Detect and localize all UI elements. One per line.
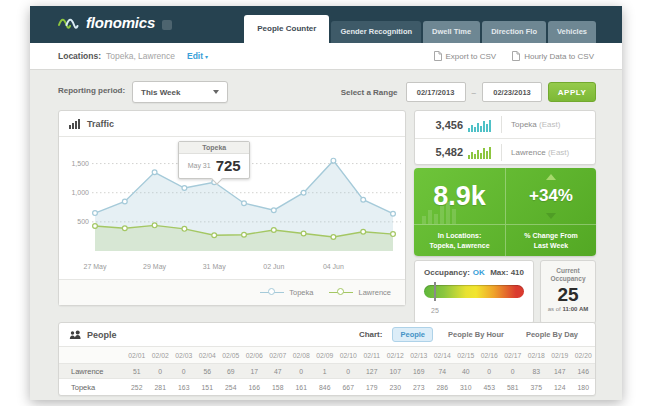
- table-cell: 0: [478, 368, 502, 375]
- table-cell: 281: [149, 384, 173, 391]
- tooltip-series: Topeka: [179, 142, 249, 154]
- tab-direction-flo[interactable]: Direction Flo: [482, 21, 546, 43]
- occupancy-label: Occupancy:: [424, 268, 470, 277]
- column-header: 02/10: [337, 352, 361, 359]
- table-cell: 1: [313, 368, 337, 375]
- down-arrow-icon: [546, 213, 556, 219]
- export-csv-button[interactable]: Export to CSV: [434, 51, 497, 61]
- svg-text:1,000: 1,000: [71, 189, 89, 196]
- chart-bars-icon: [69, 119, 81, 129]
- table-cell: 0: [501, 368, 525, 375]
- percent-change: +34%: [529, 186, 573, 206]
- table-row: Topeka2522811631512541661581618466671792…: [59, 379, 595, 395]
- tab-dwell-time[interactable]: Dwell Time: [423, 21, 480, 43]
- svg-text:1,500: 1,500: [71, 160, 89, 167]
- people-title: People: [87, 330, 117, 340]
- table-cell: 40: [454, 368, 478, 375]
- mini-bars-icon: [468, 118, 492, 132]
- current-occupancy-asof: as of 11:00 AM: [541, 306, 595, 312]
- chart-view-people-by-day[interactable]: People By Day: [519, 328, 585, 341]
- column-header: 02/11: [360, 352, 384, 359]
- table-cell: 180: [572, 384, 596, 391]
- traffic-card: Traffic 5001,0001,50027 May29 May31 May0…: [58, 110, 406, 306]
- table-cell: 146: [572, 368, 596, 375]
- table-cell: 581: [501, 384, 525, 391]
- svg-text:27 May: 27 May: [84, 263, 107, 271]
- column-header: 02/13: [407, 352, 431, 359]
- table-cell: 667: [337, 384, 361, 391]
- reporting-period-select[interactable]: This Week: [132, 81, 228, 103]
- up-arrow-icon: [546, 174, 556, 180]
- column-header: 02/06: [243, 352, 267, 359]
- edit-caret-icon[interactable]: ▾: [205, 53, 208, 60]
- column-header: 02/03: [172, 352, 196, 359]
- traffic-chart-area: 5001,0001,50027 May29 May31 May02 Jun04 …: [59, 137, 405, 279]
- svg-text:04 Jun: 04 Jun: [323, 263, 344, 270]
- occupancy-card: Occupancy: OK Max: 410 25: [414, 260, 534, 324]
- tab-vehicles[interactable]: Vehicles: [548, 21, 596, 43]
- chart-view-people[interactable]: People: [392, 327, 433, 342]
- column-header: 02/18: [525, 352, 549, 359]
- summary-locations: In Locations: Topeka, Lawrence: [414, 225, 505, 256]
- column-header: 02/16: [478, 352, 502, 359]
- chart-view-people-by-hour[interactable]: People By Hour: [441, 328, 511, 341]
- summary-change-label: % Change From Last Week: [505, 225, 596, 256]
- table-cell: 0: [290, 368, 314, 375]
- table-cell: 179: [360, 384, 384, 391]
- table-cell: 56: [196, 368, 220, 375]
- chart-legend: TopekaLawrence: [59, 279, 405, 305]
- table-header-row: 02/0102/0202/0302/0402/0502/0602/0702/08…: [59, 347, 595, 363]
- svg-text:29 May: 29 May: [143, 263, 166, 271]
- table-cell: 254: [219, 384, 243, 391]
- table-cell: 230: [384, 384, 408, 391]
- range-label: Select a Range: [341, 88, 398, 97]
- people-table: 02/0102/0202/0302/0402/0502/0602/0702/08…: [59, 347, 595, 395]
- tab-gender-recognition[interactable]: Gender Recognition: [331, 21, 421, 43]
- current-occupancy-value: 25: [541, 284, 595, 306]
- stat-row-topeka: 3,456Topeka (East): [415, 111, 595, 138]
- column-header: 02/09: [313, 352, 337, 359]
- tooltip-date: May 31: [188, 162, 211, 169]
- table-cell: 169: [407, 368, 431, 375]
- nav-tabs: People CounterGender RecognitionDwell Ti…: [244, 15, 596, 43]
- reporting-period-value: This Week: [141, 88, 180, 97]
- table-cell: 846: [313, 384, 337, 391]
- range-separator: –: [472, 88, 476, 97]
- hourly-csv-button[interactable]: Hourly Data to CSV: [512, 51, 594, 61]
- apply-button[interactable]: APPLY: [548, 82, 596, 102]
- table-cell: 273: [407, 384, 431, 391]
- logo-menu-button[interactable]: [162, 20, 172, 30]
- chart-view-label: Chart:: [359, 330, 383, 339]
- chart-tooltip: Topeka May 31 725: [178, 141, 250, 179]
- stat-value: 5,482: [423, 146, 463, 158]
- table-cell: 158: [266, 384, 290, 391]
- current-occupancy-card: Current Occupancy 25 as of 11:00 AM: [540, 260, 596, 324]
- table-cell: 310: [454, 384, 478, 391]
- table-cell: 151: [196, 384, 220, 391]
- tab-people-counter[interactable]: People Counter: [244, 15, 329, 43]
- traffic-header: Traffic: [59, 111, 405, 137]
- table-cell: 83: [525, 368, 549, 375]
- range-start-input[interactable]: [406, 82, 466, 102]
- legend-marker-icon: [329, 292, 353, 293]
- legend-topeka[interactable]: Topeka: [260, 288, 313, 297]
- stat-value: 3,456: [423, 119, 463, 131]
- table-cell: 453: [478, 384, 502, 391]
- table-cell: 127: [360, 368, 384, 375]
- table-cell: 107: [384, 368, 408, 375]
- table-cell: 0: [337, 368, 361, 375]
- table-cell: 375: [525, 384, 549, 391]
- column-header: 02/08: [290, 352, 314, 359]
- occupancy-gauge: 25: [424, 285, 524, 298]
- total-visitors: 8.9k: [433, 181, 486, 212]
- edit-locations-link[interactable]: Edit: [187, 51, 203, 61]
- stat-row-lawrence: 5,482Lawrence (East): [415, 138, 595, 165]
- svg-text:02 Jun: 02 Jun: [263, 263, 284, 270]
- table-cell: 17: [243, 368, 267, 375]
- column-header: 02/20: [572, 352, 596, 359]
- legend-lawrence[interactable]: Lawrence: [329, 288, 391, 297]
- location-totals-card: 3,456Topeka (East)5,482Lawrence (East): [414, 110, 596, 165]
- range-end-input[interactable]: [482, 82, 542, 102]
- stat-location: Topeka (East): [511, 120, 560, 129]
- chevron-down-icon: [213, 90, 219, 94]
